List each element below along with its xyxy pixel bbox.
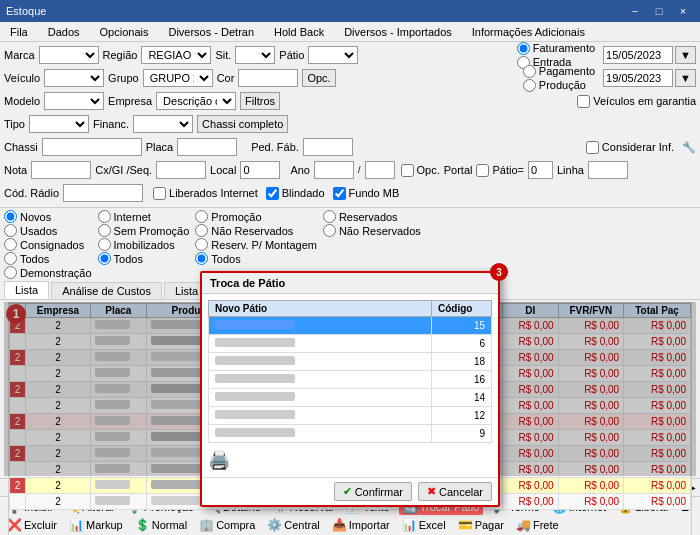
local-label: Local [210,164,236,176]
modal-scroll[interactable]: Novo Pátio Código 15 6 18 16 14 12 [208,300,492,443]
regiao-select[interactable]: REGIAO 16 [141,46,211,64]
date-field-2[interactable] [603,69,673,87]
tipo-select[interactable] [29,115,89,133]
chassi-label: Chassi [4,141,38,153]
chassi-completo-btn[interactable]: Chassi completo [197,115,288,133]
ano-input[interactable] [314,161,354,179]
date-btn-2[interactable]: ▼ [675,69,696,87]
modal-cell-nome [209,407,432,425]
cor-input[interactable] [238,69,298,87]
cell-num: 2 [10,494,26,510]
empresa-select[interactable]: Descrição c [156,92,236,110]
financ-select[interactable] [133,115,193,133]
menu-fila[interactable]: Fila [4,24,34,40]
modal-cell-codigo: 14 [432,389,492,407]
date-btn-1[interactable]: ▼ [675,46,696,64]
marca-label: Marca [4,49,35,61]
cor-label: Cor [217,72,235,84]
modal-row[interactable]: 12 [209,407,492,425]
filtros-btn[interactable]: Filtros [240,92,280,110]
opc-btn[interactable]: Opc. [302,69,335,87]
date-field-1[interactable] [603,46,673,64]
radio-pagamento[interactable]: Pagamento [523,65,595,78]
modal-row[interactable]: 15 [209,317,492,335]
opt-reservados[interactable]: Reservados [323,210,421,223]
opt-reserv-montagem[interactable]: Reserv. P/ Montagem [195,238,317,251]
liberados-internet-check[interactable]: Liberados Internet [153,187,258,200]
ano-input2[interactable] [365,161,395,179]
placa-input[interactable] [177,138,237,156]
opt-novos[interactable]: Novos [4,210,92,223]
modal-footer: ✔ Confirmar ✖ Cancelar [202,477,498,505]
blindado-check[interactable]: Blindado [266,187,325,200]
opt-sem-promocao[interactable]: Sem Promoção [98,224,190,237]
opt-internet[interactable]: Internet [98,210,190,223]
titlebar: Estoque − □ × [0,0,700,22]
grupo-select[interactable]: GRUPO 24 [143,69,213,87]
modal-cell-nome [209,389,432,407]
modal-badge: 3 [490,263,508,281]
opt-imobilizados[interactable]: Imobilizados [98,238,190,251]
opt-demonstracao[interactable]: Demonstração [4,266,92,279]
options-col-3: Promoção Não Reservados Reserv. P/ Monta… [195,210,317,279]
menu-diversos-importados[interactable]: Diversos - Importados [338,24,458,40]
opt-todos[interactable]: Todos [4,252,92,265]
opt-todos3[interactable]: Todos [195,252,317,265]
veiculos-garantia-check[interactable]: Veículos em garantia [577,95,696,108]
modal-row[interactable]: 14 [209,389,492,407]
opt-consignados[interactable]: Consignados [4,238,92,251]
nota-input[interactable] [31,161,91,179]
modal-cell-nome [209,425,432,443]
patio-select[interactable] [308,46,358,64]
menu-diversos-detran[interactable]: Diversos - Detran [162,24,260,40]
close-button[interactable]: × [672,2,694,20]
modal-row[interactable]: 6 [209,335,492,353]
considerar-inf-check[interactable]: Considerar Inf. [586,141,674,154]
modal-cell-codigo: 15 [432,317,492,335]
modal-print-icon[interactable]: 🖨️ [208,449,230,471]
opc-check[interactable]: Opc. [401,164,440,177]
sit-label: Sit. [215,49,231,61]
patio-label: Pátio [279,49,304,61]
linha-input[interactable] [588,161,628,179]
chassi-input[interactable] [42,138,142,156]
opt-nao-reservados2[interactable]: Não Reservados [323,224,421,237]
modal-row[interactable]: 16 [209,371,492,389]
modal-row[interactable]: 9 [209,425,492,443]
modal-row[interactable]: 18 [209,353,492,371]
minimize-button[interactable]: − [624,2,646,20]
opt-todos2[interactable]: Todos [98,252,190,265]
cancelar-button[interactable]: ✖ Cancelar [418,482,492,501]
menu-dados[interactable]: Dados [42,24,86,40]
confirmar-button[interactable]: ✔ Confirmar [334,482,412,501]
fundo-mb-check[interactable]: Fundo MB [333,187,400,200]
cx-gi-label: Cx/GI /Seq. [95,164,152,176]
menu-holdback[interactable]: Hold Back [268,24,330,40]
maximize-button[interactable]: □ [648,2,670,20]
cod-radio-input[interactable] [63,184,143,202]
patio-eq-input[interactable] [528,161,553,179]
menu-informacoes[interactable]: Informações Adicionais [466,24,591,40]
modal-wrapper: Troca de Pátio 3 Novo Pátio Código [200,271,500,507]
opt-nao-reservados[interactable]: Não Reservados [195,224,317,237]
radio-producao[interactable]: Produção [523,79,595,92]
veiculo-select[interactable] [44,69,104,87]
cx-gi-input[interactable] [156,161,206,179]
patio-eq-check[interactable]: Pátio= [476,164,524,177]
check-icon: ✔ [343,485,352,498]
modal-cell-nome [209,335,432,353]
marca-select[interactable] [39,46,99,64]
tab-analise-custos[interactable]: Análise de Custos [51,282,162,299]
opt-usados[interactable]: Usados [4,224,92,237]
ped-fab-input[interactable] [303,138,353,156]
opt-promocao[interactable]: Promoção [195,210,317,223]
modal-title: Troca de Pátio [210,277,285,289]
local-input[interactable] [240,161,280,179]
sit-select[interactable] [235,46,275,64]
menu-opcionais[interactable]: Opcionais [94,24,155,40]
modelo-select[interactable] [44,92,104,110]
radio-faturamento[interactable]: Faturamento [517,42,595,55]
tab-lista[interactable]: Lista [4,281,49,299]
modal-cell-codigo: 6 [432,335,492,353]
toolbar-row-1: Marca Região REGIAO 16 Sit. Pátio Fatura… [4,44,696,66]
